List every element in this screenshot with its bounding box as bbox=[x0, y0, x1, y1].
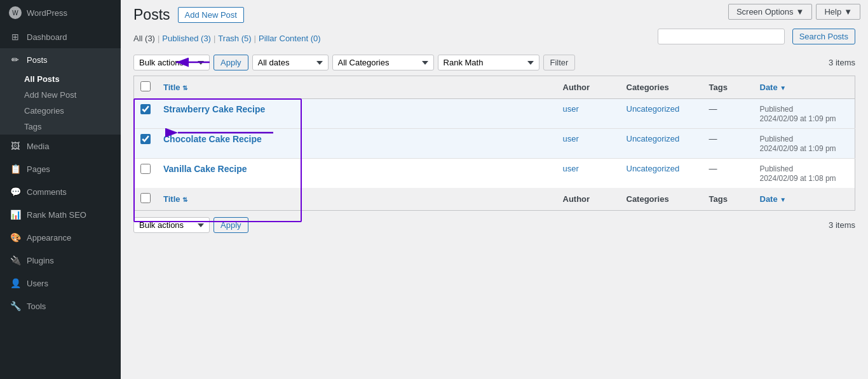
select-all-checkbox[interactable] bbox=[140, 81, 151, 91]
row-check-cell-1 bbox=[134, 129, 158, 159]
sidebar-item-rankmath[interactable]: 📊 Rank Math SEO bbox=[0, 203, 121, 226]
col-header-date[interactable]: Date ▼ bbox=[754, 76, 855, 99]
sidebar-item-dashboard[interactable]: ⊞ Dashboard bbox=[0, 25, 121, 48]
sidebar-item-comments[interactable]: 💬 Comments bbox=[0, 180, 121, 203]
title-header-label: Title bbox=[163, 83, 180, 92]
sidebar-item-posts[interactable]: ✏ Posts bbox=[0, 48, 121, 71]
sidebar-subitem-all-posts[interactable]: All Posts bbox=[24, 71, 121, 87]
help-label: Help bbox=[824, 7, 841, 17]
table-row: Chocolate Cake Recipe user Uncategorized… bbox=[134, 129, 855, 159]
col-footer-categories: Categories bbox=[620, 188, 703, 211]
wordpress-logo: W bbox=[9, 6, 22, 19]
help-chevron: ▼ bbox=[844, 7, 852, 17]
tags-value-2: — bbox=[709, 164, 717, 173]
tags-header-label: Tags bbox=[709, 83, 728, 92]
row-author-cell-2: user bbox=[557, 159, 620, 189]
sidebar-item-label: Tools bbox=[27, 302, 46, 311]
add-new-post-button[interactable]: Add New Post bbox=[178, 7, 244, 23]
col-footer-date[interactable]: Date ▼ bbox=[754, 188, 855, 211]
post-title-link-0[interactable]: Strawberry Cake Recipe bbox=[163, 104, 265, 114]
col-footer-tags: Tags bbox=[703, 188, 754, 211]
category-link-1[interactable]: Uncategorized bbox=[627, 134, 680, 143]
dates-select[interactable]: All dates bbox=[252, 55, 329, 70]
subnav-sep-2: | bbox=[214, 34, 215, 43]
items-count-bottom: 3 items bbox=[829, 220, 855, 230]
sidebar-item-label: Media bbox=[27, 142, 49, 151]
subnav-trash[interactable]: Trash (5) bbox=[218, 34, 251, 43]
search-input[interactable] bbox=[658, 29, 785, 44]
sidebar-sub-posts: All Posts Add New Post Categories Tags bbox=[0, 71, 121, 135]
row-author-cell-0: user bbox=[557, 99, 620, 129]
author-link-1[interactable]: user bbox=[563, 134, 579, 143]
sidebar-item-label: Users bbox=[27, 279, 48, 288]
apply-button-bottom[interactable]: Apply bbox=[214, 217, 248, 233]
author-header-label: Author bbox=[563, 83, 590, 92]
col-header-title[interactable]: Title ⇅ bbox=[157, 76, 557, 99]
comments-icon: 💬 bbox=[9, 185, 22, 198]
subnav-all[interactable]: All (3) bbox=[133, 34, 155, 43]
page-title: Posts bbox=[133, 6, 170, 23]
sidebar-subitem-categories[interactable]: Categories bbox=[24, 103, 121, 119]
row-author-cell-1: user bbox=[557, 129, 620, 159]
categories-select[interactable]: All Categories bbox=[332, 55, 434, 70]
sidebar-item-appearance[interactable]: 🎨 Appearance bbox=[0, 226, 121, 249]
subnav-sep-3: | bbox=[254, 34, 256, 43]
subnav-published[interactable]: Published (3) bbox=[162, 34, 211, 43]
category-link-2[interactable]: Uncategorized bbox=[627, 164, 680, 173]
bulk-actions-select-top[interactable]: Bulk actions bbox=[133, 55, 210, 70]
subnav-sep-1: | bbox=[158, 34, 159, 43]
select-all-checkbox-footer[interactable] bbox=[140, 193, 151, 203]
help-button[interactable]: Help ▼ bbox=[816, 4, 860, 20]
date-sort-icon: ▼ bbox=[780, 84, 786, 91]
dashboard-icon: ⊞ bbox=[9, 30, 22, 43]
filter-bar-top: Bulk actions Apply All dates All Categor… bbox=[133, 55, 855, 70]
screen-options-label: Screen Options bbox=[736, 7, 794, 17]
search-posts-button[interactable]: Search Posts bbox=[792, 29, 855, 44]
apply-button-top[interactable]: Apply bbox=[214, 55, 248, 70]
row-checkbox-0[interactable] bbox=[140, 104, 151, 114]
plugins-icon: 🔌 bbox=[9, 254, 22, 267]
row-checkbox-2[interactable] bbox=[140, 164, 151, 174]
screen-options-button[interactable]: Screen Options ▼ bbox=[728, 4, 812, 20]
sidebar-item-label: Rank Math SEO bbox=[27, 210, 86, 220]
sidebar-item-plugins[interactable]: 🔌 Plugins bbox=[0, 249, 121, 272]
category-link-0[interactable]: Uncategorized bbox=[627, 104, 680, 114]
filter-button[interactable]: Filter bbox=[543, 55, 576, 70]
row-date-cell-2: Published2024/02/09 at 1:08 pm bbox=[754, 159, 855, 189]
author-link-0[interactable]: user bbox=[563, 104, 579, 114]
title-footer-label: Title bbox=[163, 194, 180, 204]
col-header-check bbox=[134, 76, 158, 99]
row-title-cell-0: Strawberry Cake Recipe bbox=[157, 99, 557, 129]
bulk-actions-select-bottom[interactable]: Bulk actions bbox=[133, 217, 210, 233]
rankmath-select[interactable]: Rank Math bbox=[438, 55, 539, 70]
subnav-pillar[interactable]: Pillar Content (0) bbox=[259, 34, 321, 43]
date-footer-label: Date bbox=[760, 194, 778, 204]
table-row: Vanilla Cake Recipe user Uncategorized —… bbox=[134, 159, 855, 189]
sub-nav: All (3) | Published (3) | Trash (5) | Pi… bbox=[133, 29, 855, 48]
row-date-cell-0: Published2024/02/09 at 1:09 pm bbox=[754, 99, 855, 129]
author-link-2[interactable]: user bbox=[563, 164, 579, 173]
post-title-link-2[interactable]: Vanilla Cake Recipe bbox=[163, 164, 247, 174]
sidebar-item-users[interactable]: 👤 Users bbox=[0, 272, 121, 295]
sidebar-item-label: Dashboard bbox=[27, 32, 67, 42]
post-title-link-1[interactable]: Chocolate Cake Recipe bbox=[163, 134, 262, 144]
sidebar-item-media[interactable]: 🖼 Media bbox=[0, 135, 121, 157]
date-footer-sort-icon: ▼ bbox=[780, 196, 786, 203]
sidebar-item-pages[interactable]: 📋 Pages bbox=[0, 157, 121, 180]
col-footer-title[interactable]: Title ⇅ bbox=[157, 188, 557, 211]
sidebar-subitem-tags[interactable]: Tags bbox=[24, 119, 121, 135]
col-header-categories: Categories bbox=[620, 76, 703, 99]
sidebar-item-tools[interactable]: 🔧 Tools bbox=[0, 295, 121, 317]
col-footer-author: Author bbox=[557, 188, 620, 211]
sidebar-logo-text: WordPress bbox=[27, 8, 67, 18]
content-area: Posts Add New Post All (3) | Published (… bbox=[121, 0, 868, 379]
users-icon: 👤 bbox=[9, 277, 22, 289]
screen-options-chevron: ▼ bbox=[796, 7, 804, 17]
sidebar-item-label: Pages bbox=[27, 164, 50, 174]
row-checkbox-1[interactable] bbox=[140, 134, 151, 144]
row-title-cell-1: Chocolate Cake Recipe bbox=[157, 129, 557, 159]
sidebar-subitem-add-new[interactable]: Add New Post bbox=[24, 87, 121, 103]
posts-icon: ✏ bbox=[9, 53, 22, 66]
table-header-row: Title ⇅ Author Categories Tags bbox=[134, 76, 855, 99]
sidebar-item-label: Appearance bbox=[27, 233, 71, 243]
